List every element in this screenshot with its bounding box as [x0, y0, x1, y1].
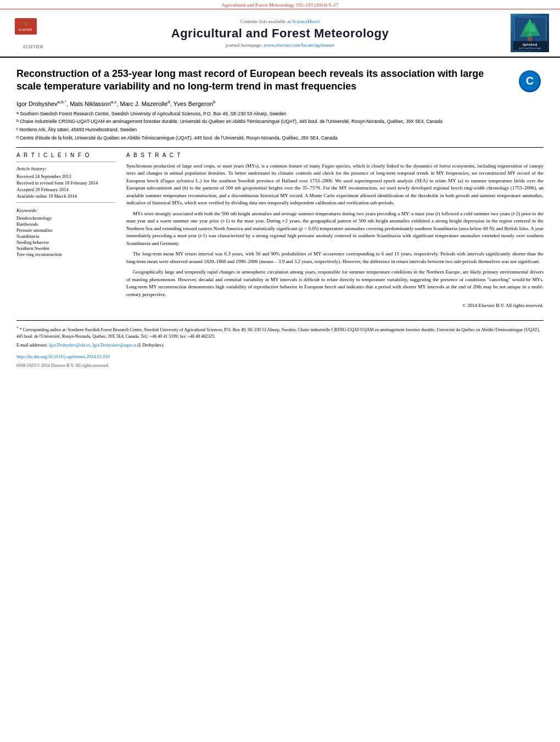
- abstract-para-4: Geographically large and temporally rapi…: [126, 269, 544, 298]
- corresponding-note: * * Corresponding author at: Southern Sw…: [16, 325, 544, 340]
- crossmark-svg: C: [520, 71, 540, 91]
- svg-text:🌿: 🌿: [24, 22, 27, 26]
- journal-thumbnail: Agricultural and Forest Meteorology: [505, 14, 549, 52]
- cover-image-svg: Agricultural and Forest Meteorology: [512, 16, 548, 50]
- asterisk-sup: *: [16, 326, 19, 330]
- journal-header: 🌿 ELSEVIER ELSEVIER Contents lists avail…: [0, 9, 560, 58]
- info-divider-1: [16, 161, 115, 163]
- affil-text-c: Nordens Ark, Åby säteri, 45693 Hunnebost…: [20, 126, 137, 133]
- corresponding-text: * Corresponding author at: Southern Swed…: [16, 327, 540, 339]
- affil-sup-a: a: [16, 110, 19, 118]
- email-sep: ,: [90, 343, 91, 348]
- crossmark-logo[interactable]: C: [516, 68, 544, 95]
- page: Agricultural and Forest Meteorology 192–…: [0, 0, 560, 742]
- article-info-column: A R T I C L E I N F O Article history: R…: [16, 152, 115, 309]
- homepage-label: journal homepage:: [226, 42, 262, 48]
- keyword-7: Tree-ring reconstruction: [16, 252, 115, 257]
- abstract-para-2: MYs were strongly associated with both t…: [126, 210, 544, 248]
- affil-c: c Nordens Ark, Åby säteri, 45693 Hunnebo…: [16, 126, 544, 133]
- abstract-text: Synchronous production of large seed cro…: [126, 163, 544, 299]
- keyword-3: Pressure anomalies: [16, 227, 115, 233]
- email-label: E-mail addresses:: [16, 343, 48, 348]
- info-divider-2: [16, 202, 115, 203]
- revised-date: Received in revised form 18 February 201…: [16, 180, 115, 186]
- affil-sup-c: c: [16, 126, 19, 133]
- affil-text-a: Southern Swedish Forest Research Centre,…: [20, 110, 287, 118]
- affil-sup-b: b: [16, 118, 19, 125]
- keyword-6: Southern Sweden: [16, 246, 115, 251]
- keyword-5: Seeding behavior: [16, 239, 115, 245]
- article-body: Reconstruction of a 253-year long mast r…: [0, 58, 560, 314]
- keyword-1: Dendrochronology: [16, 215, 115, 221]
- email-link-1[interactable]: Igor.Drobyshev@slu.se: [49, 343, 90, 348]
- svg-rect-0: [15, 18, 37, 35]
- journal-header-center: Contents lists available at ScienceDirec…: [55, 19, 505, 48]
- journal-cover-thumb: Agricultural and Forest Meteorology: [511, 14, 549, 52]
- abstract-column: A B S T R A C T Synchronous production o…: [126, 152, 544, 309]
- contents-line: Contents lists available at ScienceDirec…: [55, 19, 505, 24]
- journal-citation: Agricultural and Forest Meteorology 192–…: [0, 0, 560, 9]
- svg-text:C: C: [526, 75, 534, 87]
- affil-sup-d: d: [16, 135, 19, 142]
- affil-a: a Southern Swedish Forest Research Centr…: [16, 110, 544, 118]
- authors-line: Igor Drobysheva,b,*, Mats Niklassona,c, …: [16, 99, 544, 107]
- email-suffix: (I. Drobyshev).: [137, 343, 164, 348]
- crossmark-icon: C: [519, 70, 541, 92]
- keywords-title: Keywords:: [16, 208, 115, 213]
- journal-title: Agricultural and Forest Meteorology: [55, 26, 505, 41]
- email-1-text: Igor.Drobyshev@slu.se: [49, 343, 90, 348]
- abstract-para-1: Synchronous production of large seed cro…: [126, 163, 544, 207]
- footer-links: http://dx.doi.org/10.1016/j.agrformet.20…: [16, 353, 544, 360]
- article-info-title: A R T I C L E I N F O: [16, 152, 115, 158]
- svg-text:Agricultural: Agricultural: [522, 43, 537, 46]
- title-section: Reconstruction of a 253-year long mast r…: [16, 63, 544, 95]
- email-link-2[interactable]: Igor.Drobyshev@uqat.ca: [92, 343, 136, 348]
- affil-text-b: Chaire industrielle CRSNG-UQAT-UQAM en a…: [20, 118, 443, 125]
- affil-d: d Centre d'étude de la forêt, Université…: [16, 135, 544, 142]
- sciencedirect-text: ScienceDirect: [292, 19, 320, 24]
- doi-link[interactable]: http://dx.doi.org/10.1016/j.agrformet.20…: [16, 354, 110, 359]
- svg-text:and Forest Meteorology: and Forest Meteorology: [518, 47, 540, 49]
- svg-text:ELSEVIER: ELSEVIER: [19, 28, 32, 31]
- doi-text: http://dx.doi.org/10.1016/j.agrformet.20…: [16, 354, 110, 359]
- email-note: E-mail addresses: Igor.Drobyshev@slu.se,…: [16, 342, 544, 349]
- homepage-link[interactable]: www.elsevier.com/locate/agrformet: [264, 42, 334, 48]
- received-date: Received 24 September 2013: [16, 174, 115, 179]
- footer-section: * * Corresponding author at: Southern Sw…: [16, 320, 544, 369]
- affil-b: b Chaire industrielle CRSNG-UQAT-UQAM en…: [16, 118, 544, 125]
- affil-text-d: Centre d'étude de la forêt, Université d…: [20, 135, 338, 142]
- issn-line: 0168-1923/© 2014 Elsevier B.V. All right…: [16, 362, 544, 369]
- elsevier-text: ELSEVIER: [23, 44, 43, 49]
- sciencedirect-link[interactable]: ScienceDirect: [292, 19, 320, 24]
- abstract-para-3: The long-term mean MY return interval wa…: [126, 250, 544, 265]
- two-column-layout: A R T I C L E I N F O Article history: R…: [16, 152, 544, 309]
- history-title: Article history:: [16, 166, 115, 171]
- available-date: Available online 19 March 2014: [16, 193, 115, 199]
- divider-1: [16, 147, 544, 148]
- abstract-title: A B S T R A C T: [126, 152, 544, 158]
- email-2-text: Igor.Drobyshev@uqat.ca: [92, 343, 136, 348]
- accepted-date: Accepted 20 February 2014: [16, 187, 115, 192]
- homepage-line: journal homepage: www.elsevier.com/locat…: [55, 42, 505, 48]
- contents-label: Contents lists available at: [240, 19, 291, 24]
- keyword-2: Hardwoods: [16, 221, 115, 227]
- citation-text: Agricultural and Forest Meteorology 192–…: [222, 2, 339, 8]
- article-title: Reconstruction of a 253-year long mast r…: [16, 68, 516, 93]
- affiliations: a Southern Swedish Forest Research Centr…: [16, 110, 544, 142]
- copyright-line: © 2014 Elsevier B.V. All rights reserved…: [126, 303, 544, 308]
- elsevier-logo-svg: 🌿 ELSEVIER: [14, 17, 52, 44]
- homepage-url: www.elsevier.com/locate/agrformet: [264, 42, 334, 48]
- keyword-4: Scandinavia: [16, 233, 115, 239]
- elsevier-logo: 🌿 ELSEVIER ELSEVIER: [11, 17, 55, 49]
